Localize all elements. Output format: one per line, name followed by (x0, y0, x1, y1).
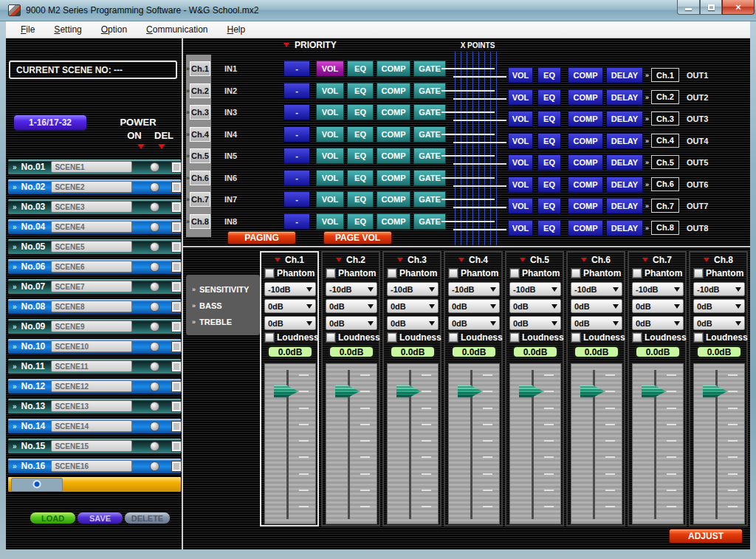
menu-item[interactable]: Setting (44, 22, 91, 37)
loudness-checkbox[interactable] (571, 333, 580, 342)
save-button[interactable]: SAVE (77, 512, 123, 524)
input-eq-button[interactable]: EQ (347, 213, 374, 230)
output-eq-button[interactable]: EQ (537, 198, 561, 214)
input-eq-button[interactable]: EQ (347, 126, 374, 143)
input-source-button[interactable]: - (284, 191, 310, 208)
input-source-button[interactable]: - (284, 83, 310, 99)
input-channel-tab[interactable]: » Ch.4 (186, 127, 211, 142)
input-source-button[interactable]: - (284, 170, 310, 186)
phantom-checkbox[interactable] (694, 269, 703, 278)
bass-select[interactable]: 0dB (326, 299, 377, 313)
output-channel-label[interactable]: Ch.4 (651, 134, 679, 148)
input-channel-label[interactable]: Ch.1 (190, 61, 210, 76)
output-comp-button[interactable]: COMP (568, 111, 603, 127)
output-eq-button[interactable]: EQ (537, 154, 561, 171)
input-comp-button[interactable]: COMP (377, 191, 410, 208)
scene-name-input[interactable] (51, 400, 132, 412)
scene-name-input[interactable] (51, 221, 132, 233)
input-vol-button[interactable]: VOL (316, 170, 344, 186)
fader-knob[interactable] (580, 383, 605, 399)
title-bar[interactable]: 9000 M2 Series Programming Software - W&… (0, 0, 756, 21)
bass-select[interactable]: 0dB (387, 299, 439, 313)
input-eq-button[interactable]: EQ (347, 148, 374, 164)
scene-name-input[interactable] (51, 360, 132, 372)
scene-name-input[interactable] (51, 440, 132, 452)
output-delay-button[interactable]: DELAY (606, 89, 643, 106)
output-comp-button[interactable]: COMP (568, 89, 603, 106)
scene-del-checkbox[interactable] (172, 222, 181, 232)
scene-name-input[interactable] (51, 320, 132, 332)
output-vol-button[interactable]: VOL (508, 220, 533, 236)
sensitivity-select[interactable]: -10dB (571, 282, 622, 296)
input-eq-button[interactable]: EQ (347, 191, 374, 208)
bass-select[interactable]: 0dB (693, 299, 745, 313)
input-source-button[interactable]: - (284, 104, 310, 120)
minimize-button[interactable] (677, 0, 700, 15)
scene-del-checkbox[interactable] (172, 402, 181, 411)
loudness-checkbox[interactable] (326, 333, 335, 342)
input-channel-tab[interactable]: » Ch.6 (186, 171, 211, 185)
scene-del-checkbox[interactable] (172, 462, 181, 471)
input-channel-tab[interactable]: » Ch.2 (186, 83, 211, 98)
loudness-checkbox[interactable] (265, 333, 274, 342)
scene-del-checkbox[interactable] (172, 242, 181, 252)
channel-strip[interactable]: Ch.1 Phantom -10dB 0dB 0d (260, 251, 319, 527)
scene-row[interactable]: » No.15 (7, 438, 182, 454)
input-channel-label[interactable]: Ch.4 (190, 127, 210, 142)
fader-knob[interactable] (703, 383, 727, 399)
scene-power-radio[interactable] (150, 462, 159, 471)
output-comp-button[interactable]: COMP (568, 67, 603, 83)
output-channel-label[interactable]: Ch.7 (651, 199, 679, 213)
output-delay-button[interactable]: DELAY (606, 176, 643, 193)
scene-row[interactable]: » No.11 (7, 358, 182, 374)
scene-power-radio[interactable] (150, 422, 159, 431)
input-comp-button[interactable]: COMP (377, 83, 410, 99)
scene-row[interactable]: » No.05 (7, 239, 182, 255)
last-scene-row[interactable]: » LAST (7, 476, 182, 493)
output-channel-label[interactable]: Ch.8 (651, 221, 679, 235)
treble-select[interactable]: 0dB (387, 316, 439, 330)
phantom-checkbox[interactable] (571, 269, 580, 278)
scene-row[interactable]: » No.02 (7, 179, 182, 195)
output-vol-button[interactable]: VOL (508, 154, 533, 171)
treble-select[interactable]: 0dB (326, 316, 377, 330)
channel-strip[interactable]: Ch.3 Phantom -10dB 0dB 0d (382, 251, 441, 527)
output-eq-button[interactable]: EQ (537, 176, 561, 193)
scene-del-checkbox[interactable] (172, 442, 181, 451)
scene-bank-button[interactable]: 1-16/17-32 (13, 114, 87, 131)
level-fader[interactable] (509, 363, 561, 524)
output-delay-button[interactable]: DELAY (606, 198, 643, 214)
input-comp-button[interactable]: COMP (377, 126, 410, 143)
fader-knob[interactable] (396, 383, 421, 399)
input-channel-label[interactable]: Ch.7 (190, 192, 210, 207)
input-comp-button[interactable]: COMP (377, 61, 410, 77)
output-comp-button[interactable]: COMP (568, 220, 603, 236)
tone-control-item[interactable]: » SENSITIVITY (192, 281, 260, 298)
bass-select[interactable]: 0dB (448, 299, 500, 313)
maximize-button[interactable] (700, 0, 722, 15)
menu-item[interactable]: File (11, 22, 44, 37)
output-eq-button[interactable]: EQ (537, 89, 561, 106)
scene-del-checkbox[interactable] (172, 342, 181, 351)
scene-power-radio[interactable] (150, 442, 159, 451)
scene-name-input[interactable] (51, 380, 132, 392)
output-vol-button[interactable]: VOL (508, 176, 533, 193)
level-fader[interactable] (693, 363, 745, 524)
tone-control-item[interactable]: » BASS (192, 298, 260, 314)
scene-del-checkbox[interactable] (172, 202, 181, 212)
bass-select[interactable]: 0dB (632, 299, 684, 313)
scene-name-input[interactable] (51, 161, 132, 173)
scene-row[interactable]: » No.10 (7, 338, 182, 354)
sensitivity-select[interactable]: -10dB (693, 282, 745, 296)
output-eq-button[interactable]: EQ (537, 111, 561, 127)
input-channel-tab[interactable]: » Ch.5 (186, 148, 211, 163)
scene-row[interactable]: » No.04 (7, 219, 182, 235)
treble-select[interactable]: 0dB (264, 316, 316, 330)
input-eq-button[interactable]: EQ (347, 170, 374, 186)
scene-name-input[interactable] (51, 261, 132, 272)
treble-select[interactable]: 0dB (571, 316, 622, 330)
sensitivity-select[interactable]: -10dB (387, 282, 439, 296)
scene-name-input[interactable] (51, 201, 132, 213)
scene-row[interactable]: » No.07 (7, 278, 182, 295)
scene-power-radio[interactable] (150, 382, 159, 391)
